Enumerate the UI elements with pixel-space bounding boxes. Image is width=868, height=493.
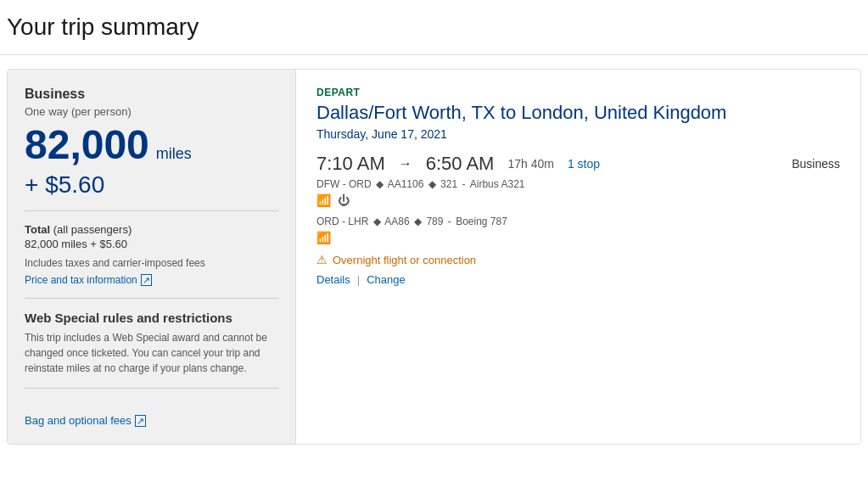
flight-times-row: 7:10 AM → 6:50 AM 17h 40m 1 stop Busines… [316, 153, 840, 175]
bag-fees-icon: ↗ [135, 415, 146, 427]
dot-sep-1: ◆ [376, 178, 384, 190]
web-special-title: Web Special rules and restrictions [25, 311, 278, 325]
segment-1-airline: AA1106 [388, 178, 424, 190]
total-passengers: (all passengers) [53, 223, 132, 236]
one-way-label: One way (per person) [25, 105, 278, 118]
segment-2-plane-name: Boeing 787 [456, 216, 507, 227]
segment-2-route: ORD - LHR [316, 216, 368, 227]
change-link[interactable]: Change [360, 273, 412, 286]
tax-amount: + $5.60 [25, 171, 278, 199]
total-value: 82,000 miles + $5.60 [25, 238, 278, 250]
external-link-icon: ↗ [141, 274, 152, 286]
dot-sep-3: ◆ [373, 216, 381, 227]
segment-1-block: DFW - ORD ◆ AA1106 ◆ 321 - Airbus A321 📶… [316, 178, 840, 207]
arrive-time: 6:50 AM [426, 153, 495, 175]
bag-fees-link[interactable]: Bag and optional fees ↗ [25, 414, 146, 427]
power-icon-1: ⏻ [338, 193, 350, 207]
taxes-note: Includes taxes and carrier-imposed fees [25, 257, 278, 269]
divider-3 [25, 388, 278, 389]
page-wrapper: Your trip summary Business One way (per … [0, 0, 868, 445]
miles-amount: 82,000 [25, 123, 149, 168]
overnight-warning: ⚠ Overnight flight or connection [316, 253, 840, 266]
segment-2-airline: AA86 [384, 216, 409, 227]
warning-triangle-icon: ⚠ [316, 253, 328, 266]
action-links: Details | Change [316, 273, 840, 286]
dash-sep-2: - [448, 216, 454, 227]
miles-row: 82,000 miles [25, 123, 278, 170]
page-title: Your trip summary [0, 14, 868, 55]
dash-sep-1: - [462, 178, 468, 190]
details-link[interactable]: Details [316, 273, 357, 286]
segment-2-info: ORD - LHR ◆ AA86 ◆ 789 - Boeing 787 [316, 216, 840, 227]
cabin-class-label: Business [25, 87, 278, 102]
right-panel: DEPART Dallas/Fort Worth, TX to London, … [296, 70, 860, 444]
segment-2-block: ORD - LHR ◆ AA86 ◆ 789 - Boeing 787 📶 [316, 216, 840, 244]
bag-fees-label: Bag and optional fees [25, 414, 132, 427]
wifi-icon-2: 📶 [316, 231, 331, 244]
depart-time: 7:10 AM [316, 153, 385, 175]
segment-1-plane-code: 321 [440, 178, 457, 190]
left-panel: Business One way (per person) 82,000 mil… [8, 70, 296, 444]
dot-sep-2: ◆ [428, 178, 436, 190]
price-link[interactable]: Price and tax information ↗ [25, 274, 152, 286]
segment-1-info: DFW - ORD ◆ AA1106 ◆ 321 - Airbus A321 [316, 178, 840, 190]
route-title: Dallas/Fort Worth, TX to London, United … [316, 102, 840, 124]
wifi-icon-1: 📶 [316, 193, 331, 207]
segment-2-plane-code: 789 [426, 216, 443, 227]
dot-sep-4: ◆ [414, 216, 422, 227]
tax-value: 5.60 [59, 171, 105, 198]
arrow-icon: → [399, 156, 412, 171]
web-special-text: This trip includes a Web Special award a… [25, 330, 278, 376]
flight-date: Thursday, June 17, 2021 [316, 127, 840, 141]
segment-1-plane-name: Airbus A321 [470, 178, 525, 190]
segment-2-icons: 📶 [316, 231, 840, 244]
segment-1-route: DFW - ORD [316, 178, 372, 190]
duration: 17h 40m [507, 157, 553, 171]
overnight-text: Overnight flight or connection [333, 254, 476, 266]
main-content: Business One way (per person) 82,000 mil… [7, 69, 861, 445]
divider-2 [25, 298, 278, 299]
divider-1 [25, 210, 278, 211]
total-label: Total (all passengers) [25, 223, 278, 236]
depart-label: DEPART [316, 87, 840, 98]
total-bold: Total [25, 223, 50, 236]
price-link-label: Price and tax information [25, 274, 137, 286]
segment-1-icons: 📶 ⏻ [316, 193, 840, 207]
stops-link[interactable]: 1 stop [568, 157, 600, 171]
tax-prefix: + $ [25, 171, 59, 198]
miles-label: miles [156, 145, 192, 170]
cabin-right: Business [792, 157, 840, 171]
